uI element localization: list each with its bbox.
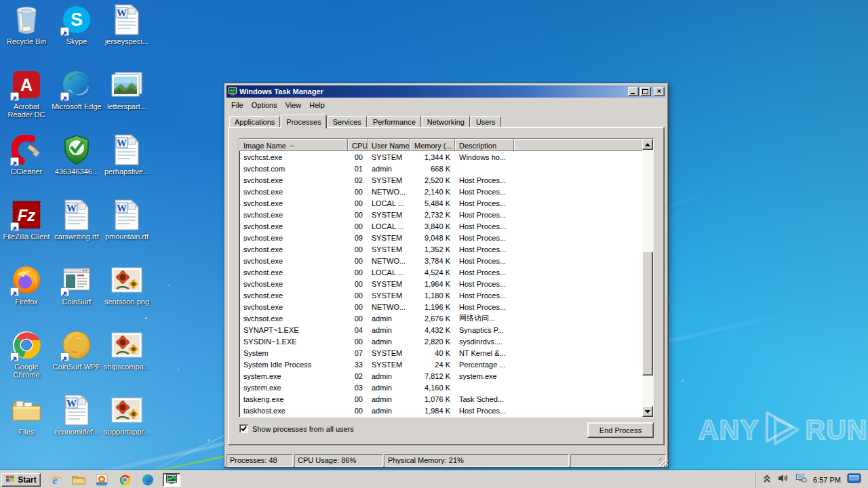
taskbar-clock[interactable]: 6:57 PM [813, 476, 841, 484]
process-row[interactable]: svchost.exe00NETWO...3,784 KHost Proces.… [239, 255, 642, 266]
close-button[interactable]: × [654, 87, 665, 96]
scroll-down-button[interactable] [642, 406, 653, 417]
process-cell: svchost.com [239, 165, 348, 173]
column-header-cpu[interactable]: CPU [348, 139, 368, 151]
desktop-icon-shipscompa[interactable]: shipscompa... [102, 329, 152, 394]
column-header-user-name[interactable]: User Name [368, 139, 410, 151]
process-row[interactable]: svchsot.exe00admin2,676 K网络访问... [239, 312, 642, 324]
process-row[interactable]: svchcst.exe00SYSTEM1,344 KWindows ho... [239, 151, 642, 163]
tab-networking[interactable]: Networking [422, 116, 470, 127]
quicklaunch-edge[interactable] [140, 473, 156, 487]
window-title: Windows Task Manager [239, 87, 627, 96]
quicklaunch-chrome[interactable] [117, 473, 133, 487]
process-cell: SYSTEM [368, 176, 410, 184]
process-cell: svchsot.exe [239, 314, 348, 323]
process-row[interactable]: svchost.exe02SYSTEM2,520 KHost Proces... [239, 174, 642, 186]
process-row[interactable]: svchost.com01admin668 K [239, 163, 642, 174]
desktop-icon-pmountain-rtf[interactable]: Wpmountain.rtf [102, 199, 152, 264]
desktop-icon-coinsurf[interactable]: CoinSurf [52, 264, 102, 329]
menu-item-file[interactable]: File [227, 100, 248, 110]
process-row[interactable]: svchost.exe00NETWO...2,140 KHost Proces.… [239, 186, 642, 197]
process-row[interactable]: svchost.exe00NETWO...1,196 KHost Proces.… [239, 301, 642, 312]
network-icon[interactable] [795, 473, 807, 486]
tab-users[interactable]: Users [471, 116, 501, 127]
desktop-icon-carswriting-rtf[interactable]: Wcarswriting.rtf [52, 199, 102, 264]
desktop-icon-letterspart[interactable]: letterspart... [102, 68, 152, 134]
anyrun-play-logo-icon [763, 411, 802, 449]
column-header-memory[interactable]: Memory (... [410, 139, 455, 151]
show-all-users-checkbox[interactable] [239, 424, 248, 433]
desktop-icon-economidef[interactable]: Weconomidef... [52, 394, 102, 459]
process-row[interactable]: svchost.exe00LOCAL ...5,484 KHost Proces… [239, 197, 642, 209]
process-row[interactable]: taskhost.exe00admin1,984 KHost Proces... [239, 405, 642, 416]
tab-processes[interactable]: Processes [281, 115, 326, 129]
start-button[interactable]: Start [1, 473, 41, 487]
desktop-icon-firefox[interactable]: Firefox [1, 264, 52, 329]
quicklaunch-windows-explorer[interactable] [71, 473, 87, 487]
process-row[interactable]: SYSDIN~1.EXE00admin2,820 Ksysdinrdvs.... [239, 336, 642, 347]
desktop-icon-coinsurf-wpf[interactable]: CoinSurf.WPF [52, 329, 102, 394]
recycle-bin-icon [10, 3, 43, 36]
show-desktop-icon[interactable] [847, 473, 861, 487]
process-row[interactable]: system.exe03admin4,160 K [239, 382, 642, 393]
resize-grip[interactable] [659, 458, 668, 467]
desktop-icon-perhapsfive[interactable]: Wperhapsfive... [102, 134, 152, 199]
process-cell: 00 [348, 153, 368, 161]
quicklaunch-internet-explorer[interactable]: e [47, 473, 64, 487]
desktop-icon-ccleaner[interactable]: CCleaner [1, 134, 52, 199]
maximize-button[interactable] [640, 87, 651, 96]
process-cell: sysdinrdvs.... [455, 338, 514, 346]
process-row[interactable]: svchost.exe00SYSTEM1,964 KHost Proces... [239, 278, 642, 289]
menu-item-view[interactable]: View [281, 100, 306, 110]
process-row[interactable]: system.exe02admin7,812 Ksystem.exe [239, 370, 642, 382]
tab-applications[interactable]: Applications [229, 116, 280, 127]
window-titlebar[interactable]: Windows Task Manager × [226, 85, 666, 98]
process-row[interactable]: svchost.exe00LOCAL ...3,840 KHost Proces… [239, 220, 642, 232]
taskbar-button-task-manager[interactable] [163, 473, 180, 487]
scrollbar-thumb[interactable] [642, 251, 653, 375]
column-header-image-name[interactable]: Image Name [239, 139, 348, 151]
tab-performance[interactable]: Performance [368, 116, 421, 127]
task-manager-window: Windows Task Manager × FileOptionsViewHe… [224, 83, 669, 468]
menu-item-help[interactable]: Help [305, 100, 329, 110]
column-header-filler[interactable] [514, 139, 642, 151]
process-row[interactable]: System Idle Process33SYSTEM24 KPercentag… [239, 359, 642, 370]
desktop-icon-sentsoon-png[interactable]: sentsoon.png [102, 264, 152, 329]
volume-icon[interactable] [777, 473, 789, 486]
menu-item-options[interactable]: Options [248, 100, 281, 110]
desktop-icon-supportappr[interactable]: supportappr... [102, 394, 152, 459]
process-row[interactable]: svchost.exe09SYSTEM9,048 KHost Proces... [239, 232, 642, 243]
process-cell: 00 [348, 188, 368, 196]
quicklaunch-media-player[interactable] [94, 473, 110, 487]
desktop-icon-files[interactable]: Files [1, 394, 52, 459]
desktop-icon-google-chrome[interactable]: Google Chrome [1, 329, 52, 394]
desktop-icon-jerseyspeci[interactable]: Wjerseyspeci... [102, 3, 152, 68]
process-row[interactable]: svchost.exe00SYSTEM1,180 KHost Proces... [239, 289, 642, 301]
folder-icon [10, 394, 43, 426]
process-row[interactable]: taskeng.exe00admin1,076 KTask Sched... [239, 393, 642, 405]
process-row[interactable]: svchost.exe00LOCAL ...4,524 KHost Proces… [239, 266, 642, 278]
desktop-icon-label: 436346346... [55, 167, 98, 176]
process-row[interactable]: System07SYSTEM40 KNT Kernel &... [239, 347, 642, 359]
minimize-button[interactable] [628, 87, 639, 96]
tab-services[interactable]: Services [328, 116, 367, 127]
vertical-scrollbar[interactable] [642, 139, 653, 417]
process-cell: 2,820 K [410, 338, 455, 346]
process-row[interactable]: svchost.exe00SYSTEM2,732 KHost Proces... [239, 209, 642, 220]
show-all-users-row: Show processes from all users [239, 424, 354, 433]
scroll-up-button[interactable] [642, 139, 653, 150]
desktop-icon-acrobat-reader-dc[interactable]: AAcrobat Reader DC [1, 68, 52, 134]
process-row[interactable]: svchost.exe00SYSTEM1,352 KHost Proces... [239, 243, 642, 255]
desktop-icon-microsoft-edge[interactable]: Microsoft Edge [52, 68, 102, 134]
svg-text:W: W [117, 203, 127, 214]
column-header-description[interactable]: Description [455, 139, 514, 151]
desktop-icon-skype[interactable]: SSkype [52, 3, 102, 68]
process-cell: 00 [348, 222, 368, 230]
end-process-button[interactable]: End Process [587, 422, 654, 438]
show-all-users-label[interactable]: Show processes from all users [252, 425, 354, 433]
process-row[interactable]: SYNAPT~1.EXE04admin4,432 KSynaptics P... [239, 324, 642, 336]
hidden-icons-chevron[interactable] [763, 474, 771, 486]
desktop-icon-filezilla-client[interactable]: FzFileZilla Client [1, 199, 52, 264]
desktop-icon-recycle-bin[interactable]: Recycle Bin [1, 3, 52, 68]
desktop-icon-436346346[interactable]: 436346346... [52, 134, 102, 199]
